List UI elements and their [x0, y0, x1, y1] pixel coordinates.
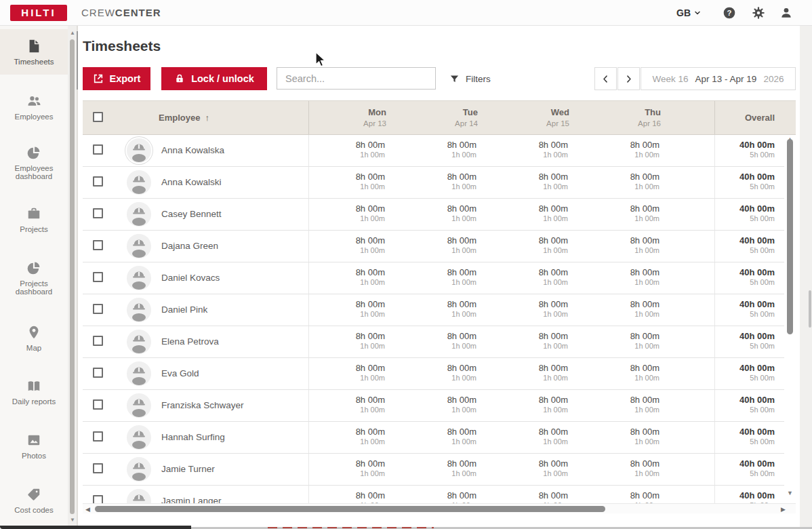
day-cell: 8h 00m1h 00m: [400, 167, 491, 191]
sidebar-item-employees-dashboard[interactable]: Employees dashboard: [0, 145, 68, 180]
sidebar-item-projects-dashboard[interactable]: Projects dashboard: [0, 260, 68, 296]
sidebar-scrollbar-thumb[interactable]: [70, 39, 75, 514]
user-icon[interactable]: [779, 6, 793, 20]
day-cell: 8h 00m1h 00m: [400, 135, 491, 159]
day-cell: 8h 00m1h 00m: [491, 390, 583, 414]
scroll-left-icon[interactable]: ◀: [85, 506, 90, 513]
day-hours: 8h 00m: [583, 363, 659, 373]
sidebar-item-daily-reports[interactable]: Daily reports: [0, 378, 68, 406]
filters-button[interactable]: Filters: [449, 67, 491, 90]
window-scrollbar-thumb[interactable]: [809, 290, 811, 328]
day-sub-hours: 1h 00m: [400, 437, 476, 446]
row-checkbox[interactable]: [93, 431, 103, 442]
select-all-checkbox[interactable]: [93, 112, 103, 122]
overall-hours: 40h 00m: [714, 203, 775, 214]
lock-unlock-button[interactable]: Lock / unlock: [161, 67, 267, 90]
page-title: Timesheets: [83, 38, 161, 54]
column-header-thu: ThuApr 16: [583, 107, 674, 128]
sidebar-item-employees[interactable]: Employees: [0, 94, 68, 121]
book-icon: [26, 378, 41, 393]
overall-cell: 40h 00m5h 00m: [714, 358, 783, 382]
table-horizontal-scrollbar[interactable]: ◀ ▶: [83, 503, 796, 513]
day-sub-hours: 1h 00m: [583, 182, 659, 191]
row-checkbox[interactable]: [93, 208, 103, 218]
row-checkbox[interactable]: [93, 463, 103, 473]
scroll-down-icon[interactable]: ▼: [784, 490, 796, 496]
day-cell: 8h 00m1h 00m: [583, 199, 674, 222]
day-cell: 8h 00m1h 00m: [308, 262, 400, 286]
day-hours: 8h 00m: [491, 363, 568, 373]
row-checkbox[interactable]: [93, 272, 103, 282]
overall-sub-hours: 5h 00m: [714, 469, 775, 477]
table-row[interactable]: Anna Kowalska8h 00m1h 00m8h 00m1h 00m8h …: [83, 135, 784, 167]
avatar: [127, 298, 151, 322]
table-row[interactable]: Anna Kowalski8h 00m1h 00m8h 00m1h 00m8h …: [83, 167, 784, 199]
locale-selector[interactable]: GB: [676, 0, 702, 26]
table-row[interactable]: Hannah Surfing8h 00m1h 00m8h 00m1h 00m8h…: [83, 422, 784, 454]
overall-cell: 40h 00m5h 00m: [714, 326, 783, 350]
row-checkbox[interactable]: [93, 304, 103, 314]
table-row[interactable]: Franziska Schwayer8h 00m1h 00m8h 00m1h 0…: [83, 390, 784, 422]
day-cell: 8h 00m1h 00m: [491, 135, 583, 159]
search-input[interactable]: [277, 67, 436, 90]
table-horizontal-scrollbar-thumb[interactable]: [95, 506, 605, 512]
row-checkbox[interactable]: [93, 368, 103, 378]
overall-hours: 40h 00m: [714, 458, 775, 469]
sidebar-item-projects[interactable]: Projects: [0, 206, 68, 233]
table-row[interactable]: Eva Gold8h 00m1h 00m8h 00m1h 00m8h 00m1h…: [83, 358, 784, 390]
table-row[interactable]: Jasmin Langer8h 00m1h 00m8h 00m1h 00m8h …: [83, 486, 784, 503]
day-hours: 8h 00m: [308, 235, 385, 246]
day-cell: 8h 00m1h 00m: [491, 422, 583, 446]
table-row[interactable]: Dajana Green8h 00m1h 00m8h 00m1h 00m8h 0…: [83, 231, 784, 262]
sidebar-item-timesheets[interactable]: Timesheets: [0, 29, 68, 75]
avatar: [127, 393, 151, 418]
row-divider: [308, 454, 309, 485]
column-header-employee[interactable]: Employee↑: [159, 101, 209, 134]
briefcase-icon: [26, 206, 41, 221]
day-hours: 8h 00m: [491, 267, 568, 277]
previous-week-button[interactable]: [594, 67, 617, 90]
next-week-button[interactable]: [617, 67, 640, 90]
table-row[interactable]: Casey Bennett8h 00m1h 00m8h 00m1h 00m8h …: [83, 199, 784, 231]
avatar: [127, 457, 151, 482]
avatar: [127, 425, 151, 450]
day-hours: 8h 00m: [400, 427, 476, 437]
day-cell: 8h 00m1h 00m: [400, 326, 491, 350]
day-sub-hours: 1h 00m: [400, 469, 476, 477]
table-vertical-scrollbar-thumb[interactable]: [787, 139, 793, 334]
gear-icon[interactable]: [752, 6, 765, 20]
table-row[interactable]: Daniel Pink8h 00m1h 00m8h 00m1h 00m8h 00…: [83, 294, 784, 326]
sidebar-item-map[interactable]: Map: [0, 325, 68, 352]
row-checkbox[interactable]: [93, 336, 103, 346]
sidebar-item-photos[interactable]: Photos: [0, 433, 68, 460]
scroll-down-icon[interactable]: ▼: [68, 517, 77, 523]
table-row[interactable]: Jamie Turner8h 00m1h 00m8h 00m1h 00m8h 0…: [83, 454, 784, 486]
overall-sub-hours: 5h 00m: [714, 246, 775, 254]
row-checkbox[interactable]: [93, 399, 103, 410]
lock-unlock-button-label: Lock / unlock: [191, 73, 254, 84]
row-checkbox[interactable]: [93, 495, 103, 503]
topbar: HILTI CREWCENTER GB ?: [0, 0, 812, 26]
overall-sub-hours: 5h 00m: [714, 278, 775, 286]
scroll-right-icon[interactable]: ▶: [781, 506, 786, 513]
help-icon[interactable]: ?: [723, 6, 736, 20]
day-hours: 8h 00m: [583, 203, 659, 214]
employee-name: Hannah Surfing: [161, 422, 225, 453]
app-title-center: CENTER: [115, 7, 161, 18]
overall-hours: 40h 00m: [714, 331, 775, 341]
day-hours: 8h 00m: [583, 140, 659, 150]
export-button-label: Export: [110, 73, 141, 84]
row-checkbox[interactable]: [93, 176, 103, 187]
chevron-left-icon: [601, 74, 611, 84]
day-cell: 8h 00m1h 00m: [308, 135, 400, 159]
table-row[interactable]: Daniel Kovacs8h 00m1h 00m8h 00m1h 00m8h …: [83, 262, 784, 294]
row-checkbox[interactable]: [93, 240, 103, 250]
overall-cell: 40h 00m5h 00m: [714, 135, 783, 159]
scroll-up-icon[interactable]: ▲: [68, 30, 77, 36]
export-button[interactable]: Export: [83, 67, 150, 90]
row-divider: [714, 135, 715, 166]
table-row[interactable]: Elena Petrova8h 00m1h 00m8h 00m1h 00m8h …: [83, 326, 784, 358]
row-checkbox[interactable]: [93, 144, 103, 155]
sidebar-item-cost-codes[interactable]: Cost codes: [0, 487, 68, 514]
day-date: Apr 13: [308, 119, 386, 128]
